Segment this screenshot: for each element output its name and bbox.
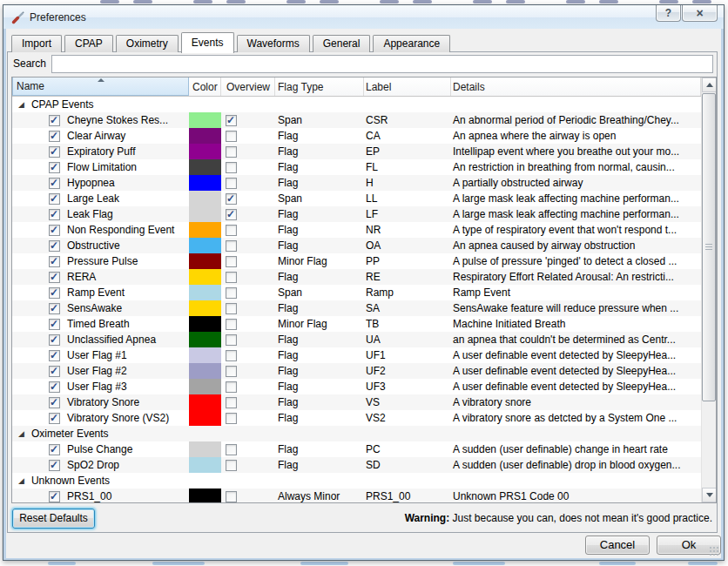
color-swatch[interactable] xyxy=(189,206,221,222)
color-swatch[interactable] xyxy=(189,410,221,426)
event-row[interactable]: Clear AirwayFlagCAAn apnea where the air… xyxy=(12,128,701,144)
overview-checkbox[interactable] xyxy=(226,240,237,252)
color-swatch[interactable] xyxy=(189,238,221,253)
event-enabled-checkbox[interactable] xyxy=(49,397,60,408)
help-button[interactable]: ? xyxy=(656,5,681,22)
overview-checkbox[interactable] xyxy=(226,115,237,126)
overview-checkbox[interactable] xyxy=(226,350,237,361)
event-row[interactable]: Leak FlagFlagLFA large mask leak affecti… xyxy=(12,206,701,222)
event-row[interactable]: Vibratory Snore (VS2)FlagVS2A vibratory … xyxy=(12,410,701,426)
overview-checkbox[interactable] xyxy=(226,397,237,408)
overview-checkbox[interactable] xyxy=(226,131,237,142)
color-swatch[interactable] xyxy=(189,300,221,316)
color-swatch[interactable] xyxy=(189,269,221,285)
expand-arrow-icon[interactable]: ◢ xyxy=(18,430,24,438)
event-enabled-checkbox[interactable] xyxy=(49,491,60,502)
overview-checkbox[interactable] xyxy=(226,413,237,424)
overview-checkbox[interactable] xyxy=(226,334,237,346)
event-row[interactable]: Expiratory PuffFlagEPIntellipap event wh… xyxy=(12,144,701,159)
event-row[interactable]: RERAFlagRERespiratory Effort Related Aro… xyxy=(12,269,701,285)
event-enabled-checkbox[interactable] xyxy=(49,256,60,267)
event-enabled-checkbox[interactable] xyxy=(49,178,60,189)
color-swatch[interactable] xyxy=(189,144,221,159)
search-input[interactable] xyxy=(51,55,713,73)
overview-checkbox[interactable] xyxy=(226,287,237,299)
expand-arrow-icon[interactable]: ◢ xyxy=(18,477,24,485)
tab-waveforms[interactable]: Waveforms xyxy=(237,35,310,52)
overview-checkbox[interactable] xyxy=(226,146,237,158)
event-enabled-checkbox[interactable] xyxy=(49,131,60,142)
color-swatch[interactable] xyxy=(189,332,221,347)
event-enabled-checkbox[interactable] xyxy=(49,162,60,173)
color-swatch[interactable] xyxy=(189,347,221,363)
event-enabled-checkbox[interactable] xyxy=(49,303,60,314)
events-table[interactable]: NameColorOverviewFlag TypeLabelDetails ◢… xyxy=(11,77,717,503)
overview-checkbox[interactable] xyxy=(226,491,237,502)
event-row[interactable]: SensAwakeFlagSASensAwake feature will re… xyxy=(12,300,701,316)
color-swatch[interactable] xyxy=(189,285,221,300)
scrollbar-up-button[interactable] xyxy=(702,77,717,92)
event-row[interactable]: Pressure PulseMinor FlagPPA pulse of pre… xyxy=(12,253,701,269)
event-enabled-checkbox[interactable] xyxy=(49,366,60,377)
scrollbar-down-button[interactable] xyxy=(702,488,717,502)
vertical-scrollbar[interactable] xyxy=(701,77,716,502)
title-bar[interactable]: Preferences ? × xyxy=(3,5,724,29)
group-row-cpap-events[interactable]: ◢CPAP Events xyxy=(12,97,701,112)
event-row[interactable]: Non Responding EventFlagNRA type of resp… xyxy=(12,222,701,238)
event-enabled-checkbox[interactable] xyxy=(49,334,60,346)
overview-checkbox[interactable] xyxy=(226,256,237,267)
overview-checkbox[interactable] xyxy=(226,319,237,330)
overview-checkbox[interactable] xyxy=(226,460,237,471)
event-enabled-checkbox[interactable] xyxy=(49,209,60,220)
event-row[interactable]: Timed BreathMinor FlagTBMachine Initiate… xyxy=(12,316,701,332)
tab-appearance[interactable]: Appearance xyxy=(373,35,450,52)
event-enabled-checkbox[interactable] xyxy=(49,240,60,252)
event-enabled-checkbox[interactable] xyxy=(49,460,60,471)
color-swatch[interactable] xyxy=(189,489,221,502)
resize-grip[interactable] xyxy=(709,546,720,557)
overview-checkbox[interactable] xyxy=(226,366,237,377)
color-swatch[interactable] xyxy=(189,379,221,394)
event-row[interactable]: Unclassified ApneaFlagUAan apnea that co… xyxy=(12,332,701,347)
column-header-flag-type[interactable]: Flag Type xyxy=(275,77,364,96)
event-row[interactable]: Flow LimitationFlagFLAn restriction in b… xyxy=(12,159,701,175)
event-enabled-checkbox[interactable] xyxy=(49,319,60,330)
column-header-overview[interactable]: Overview xyxy=(221,77,275,96)
event-enabled-checkbox[interactable] xyxy=(49,287,60,299)
tab-events[interactable]: Events xyxy=(181,32,234,53)
overview-checkbox[interactable] xyxy=(226,444,237,455)
event-enabled-checkbox[interactable] xyxy=(49,225,60,236)
event-row[interactable]: Pulse ChangeFlagPCA sudden (user definab… xyxy=(12,441,701,457)
overview-checkbox[interactable] xyxy=(226,178,237,189)
color-swatch[interactable] xyxy=(189,457,221,473)
overview-checkbox[interactable] xyxy=(226,193,237,205)
color-swatch[interactable] xyxy=(189,175,221,191)
column-header-color[interactable]: Color xyxy=(189,77,221,96)
overview-checkbox[interactable] xyxy=(226,209,237,220)
overview-checkbox[interactable] xyxy=(226,303,237,314)
tab-cpap[interactable]: CPAP xyxy=(64,35,113,52)
event-row[interactable]: SpO2 DropFlagSDA sudden (user definable)… xyxy=(12,457,701,473)
color-swatch[interactable] xyxy=(189,128,221,144)
event-row[interactable]: ObstructiveFlagOAAn apnea caused by airw… xyxy=(12,238,701,253)
expand-arrow-icon[interactable]: ◢ xyxy=(18,101,24,109)
overview-checkbox[interactable] xyxy=(226,381,237,393)
overview-checkbox[interactable] xyxy=(226,272,237,283)
tab-oximetry[interactable]: Oximetry xyxy=(116,35,179,52)
close-button[interactable]: × xyxy=(682,5,718,22)
event-enabled-checkbox[interactable] xyxy=(49,193,60,205)
column-header-details[interactable]: Details xyxy=(451,77,701,96)
overview-checkbox[interactable] xyxy=(226,162,237,173)
color-swatch[interactable] xyxy=(189,222,221,238)
event-enabled-checkbox[interactable] xyxy=(49,381,60,393)
event-row[interactable]: PRS1_00Always MinorPRS1_00Unknown PRS1 C… xyxy=(12,489,701,502)
event-enabled-checkbox[interactable] xyxy=(49,146,60,158)
color-swatch[interactable] xyxy=(189,253,221,269)
group-row-unknown-events[interactable]: ◢Unknown Events xyxy=(12,473,701,489)
event-enabled-checkbox[interactable] xyxy=(49,350,60,361)
column-header-label[interactable]: Label xyxy=(364,77,451,96)
group-row-oximeter-events[interactable]: ◢Oximeter Events xyxy=(12,426,701,441)
color-swatch[interactable] xyxy=(189,394,221,410)
event-row[interactable]: Ramp EventSpanRampRamp Event xyxy=(12,285,701,300)
color-swatch[interactable] xyxy=(189,441,221,457)
